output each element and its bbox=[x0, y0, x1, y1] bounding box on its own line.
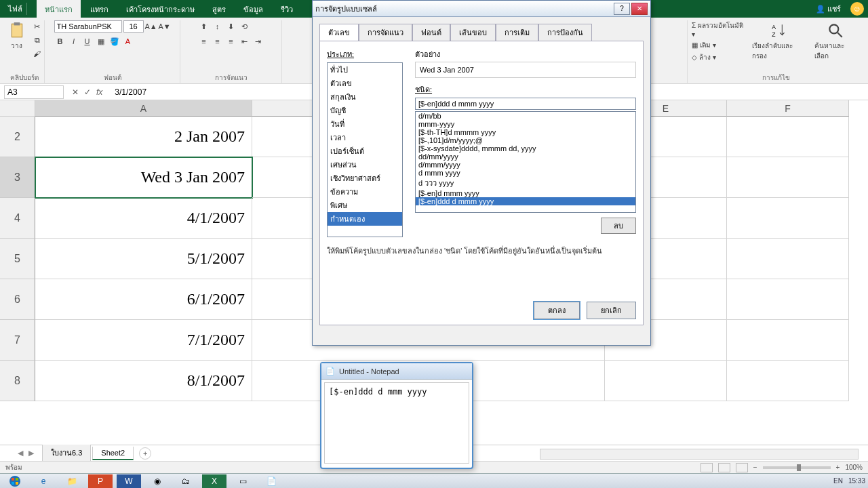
type-item[interactable]: [$-en]d mmm yyyy bbox=[416, 189, 635, 197]
excel-icon[interactable]: X bbox=[202, 474, 226, 488]
align-center-icon[interactable]: ≡ bbox=[212, 35, 224, 47]
clock[interactable]: 15:33 bbox=[848, 477, 865, 485]
type-item[interactable]: [$-,101]d/m/yyyy;@ bbox=[416, 136, 635, 144]
tab-home[interactable]: หน้าแรก bbox=[37, 0, 81, 19]
tab-page-layout[interactable]: เค้าโครงหน้ากระดาษ bbox=[118, 0, 203, 19]
notepad-window[interactable]: 📄 Untitled - Notepad [$-en]ddd d mmm yyy… bbox=[320, 362, 473, 469]
underline-button[interactable]: U bbox=[81, 35, 94, 47]
view-layout-icon[interactable] bbox=[718, 463, 730, 472]
notepad-content[interactable]: [$-en]ddd d mmm yyyy bbox=[324, 382, 469, 464]
cancel-button[interactable]: ยกเลิก bbox=[587, 302, 636, 319]
dlg-tab-protection[interactable]: การป้องกัน bbox=[538, 24, 592, 41]
row-header[interactable]: 2 bbox=[0, 117, 35, 157]
type-item[interactable]: [$-th-TH]d mmmm yyyy bbox=[416, 128, 635, 136]
explorer-icon[interactable]: 📁 bbox=[60, 474, 84, 488]
col-header-A[interactable]: A bbox=[35, 100, 252, 117]
select-all-corner[interactable] bbox=[0, 100, 35, 117]
align-bottom-icon[interactable]: ⬇ bbox=[225, 20, 237, 33]
zoom-slider[interactable] bbox=[763, 466, 831, 469]
dialog-titlebar[interactable]: การจัดรูปแบบเซลล์ ? ✕ bbox=[313, 1, 650, 17]
copy-icon[interactable]: ⧉ bbox=[31, 34, 43, 46]
category-item[interactable]: เวลา bbox=[328, 131, 402, 144]
font-size-select[interactable] bbox=[123, 20, 144, 33]
file-menu[interactable]: ไฟล์ bbox=[4, 3, 27, 15]
align-middle-icon[interactable]: ↕ bbox=[212, 20, 224, 33]
row-header[interactable]: 8 bbox=[0, 361, 35, 401]
fx-icon[interactable]: fx bbox=[96, 87, 102, 97]
horizontal-scrollbar[interactable] bbox=[540, 449, 859, 460]
type-item[interactable]: d/mmm/yyyy bbox=[416, 161, 635, 169]
dlg-tab-number[interactable]: ตัวเลข bbox=[319, 24, 359, 41]
type-item[interactable]: dd/mm/yyyy bbox=[416, 152, 635, 161]
word-icon[interactable]: W bbox=[117, 474, 141, 488]
dlg-tab-font[interactable]: ฟอนต์ bbox=[412, 24, 450, 41]
cell[interactable] bbox=[727, 239, 849, 279]
increase-font-icon[interactable]: A▲ bbox=[145, 20, 157, 33]
zoom-in-icon[interactable]: + bbox=[836, 464, 840, 471]
category-item[interactable]: สกุลเงิน bbox=[328, 90, 402, 104]
cell[interactable]: 8/1/2007 bbox=[35, 361, 252, 401]
row-header[interactable]: 5 bbox=[0, 239, 35, 279]
cell[interactable] bbox=[727, 361, 849, 401]
row-header[interactable]: 7 bbox=[0, 320, 35, 361]
category-item[interactable]: วันที่ bbox=[328, 117, 402, 131]
start-button[interactable] bbox=[3, 474, 27, 488]
dlg-tab-alignment[interactable]: การจัดแนว bbox=[359, 24, 412, 41]
view-break-icon[interactable] bbox=[736, 463, 748, 472]
sheet-tab-0[interactable]: ใบงาน6.3 bbox=[42, 445, 91, 462]
align-top-icon[interactable]: ⬆ bbox=[198, 20, 210, 33]
font-color-button[interactable]: A bbox=[122, 35, 134, 47]
app-icon[interactable]: ▭ bbox=[231, 474, 255, 488]
user-avatar-icon[interactable]: ☺ bbox=[850, 2, 864, 16]
border-button[interactable]: ▦ bbox=[95, 35, 107, 47]
row-header[interactable]: 4 bbox=[0, 198, 35, 239]
cell[interactable] bbox=[605, 361, 727, 401]
tab-review[interactable]: รีวิว bbox=[273, 0, 301, 19]
align-left-icon[interactable]: ≡ bbox=[198, 35, 210, 47]
find-select-button[interactable]: ค้นหาและเลือก bbox=[812, 20, 860, 62]
category-item[interactable]: กำหนดเอง bbox=[328, 212, 402, 226]
cell[interactable]: 6/1/2007 bbox=[35, 279, 252, 320]
cell[interactable] bbox=[727, 117, 849, 157]
tab-insert[interactable]: แทรก bbox=[82, 0, 117, 19]
cell[interactable]: 4/1/2007 bbox=[35, 198, 252, 239]
dlg-tab-fill[interactable]: การเติม bbox=[496, 24, 538, 41]
cancel-formula-icon[interactable]: ✕ bbox=[72, 87, 79, 97]
lang-indicator[interactable]: EN bbox=[833, 477, 843, 485]
paste-button[interactable]: วาง bbox=[5, 20, 28, 52]
fill-color-button[interactable]: 🪣 bbox=[108, 35, 121, 47]
decrease-font-icon[interactable]: A▼ bbox=[159, 20, 171, 33]
category-item[interactable]: พิเศษ bbox=[328, 199, 402, 212]
powerpoint-icon[interactable]: P bbox=[88, 474, 113, 488]
dlg-tab-border[interactable]: เส้นขอบ bbox=[450, 24, 496, 41]
cell[interactable]: 2 Jan 2007 bbox=[35, 117, 252, 157]
type-item[interactable]: mmm-yyyy bbox=[416, 120, 635, 128]
sheet-nav-next-icon[interactable]: ▶ bbox=[28, 449, 34, 458]
tab-formulas[interactable]: สูตร bbox=[204, 0, 234, 19]
category-item[interactable]: เศษส่วน bbox=[328, 158, 402, 171]
category-item[interactable]: ทั่วไป bbox=[328, 63, 402, 77]
category-item[interactable]: บัญชี bbox=[328, 104, 402, 117]
decrease-indent-icon[interactable]: ⇤ bbox=[239, 35, 251, 47]
row-header[interactable]: 3 bbox=[0, 157, 35, 198]
zoom-out-icon[interactable]: − bbox=[753, 464, 757, 471]
bold-button[interactable]: B bbox=[54, 35, 66, 47]
add-sheet-button[interactable]: + bbox=[139, 447, 151, 460]
share-button[interactable]: 👤 แชร์ bbox=[816, 3, 841, 15]
category-listbox[interactable]: ทั่วไปตัวเลขสกุลเงินบัญชีวันที่เวลาเปอร์… bbox=[327, 62, 403, 237]
orientation-icon[interactable]: ⟲ bbox=[239, 20, 251, 33]
cell[interactable] bbox=[727, 157, 849, 198]
italic-button[interactable]: I bbox=[68, 35, 80, 47]
row-header[interactable]: 6 bbox=[0, 279, 35, 320]
dialog-close-button[interactable]: ✕ bbox=[631, 3, 648, 15]
delete-format-button[interactable]: ลบ bbox=[601, 218, 636, 234]
view-normal-icon[interactable] bbox=[701, 463, 713, 472]
cell[interactable] bbox=[727, 320, 849, 361]
increase-indent-icon[interactable]: ⇥ bbox=[252, 35, 264, 47]
sheet-tab-1[interactable]: Sheet2 bbox=[92, 447, 134, 460]
col-header-F[interactable]: F bbox=[727, 100, 849, 117]
type-input[interactable] bbox=[415, 98, 636, 110]
format-painter-icon[interactable]: 🖌 bbox=[31, 47, 43, 60]
type-item[interactable]: d mmm yyyy bbox=[416, 169, 635, 177]
clear-button[interactable]: ◇ ล้าง ▾ bbox=[692, 52, 747, 62]
